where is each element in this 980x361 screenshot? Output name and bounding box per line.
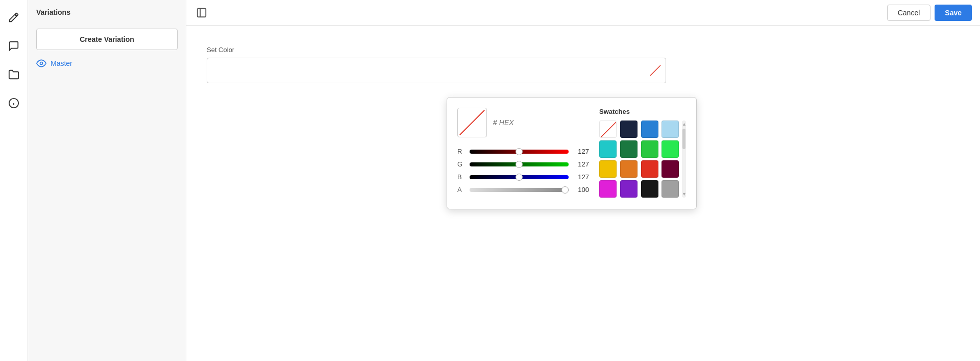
scroll-thumb[interactable] bbox=[682, 129, 685, 149]
slider-row-r: R 127 bbox=[457, 148, 589, 155]
hex-input-wrapper: # bbox=[493, 118, 589, 127]
slider-thumb-g[interactable] bbox=[516, 161, 523, 168]
swatch-gray[interactable] bbox=[662, 180, 679, 198]
slider-track-b[interactable] bbox=[470, 175, 569, 179]
picker-left: # R 127 G bbox=[457, 108, 589, 199]
swatch-light-green[interactable] bbox=[662, 140, 679, 158]
cancel-button[interactable]: Cancel bbox=[887, 5, 931, 21]
slider-label-g: G bbox=[457, 160, 464, 168]
swatch-orange[interactable] bbox=[620, 160, 638, 178]
swatch-red-orange[interactable] bbox=[641, 160, 658, 178]
create-variation-button[interactable]: Create Variation bbox=[36, 29, 178, 50]
slider-thumb-b[interactable] bbox=[516, 174, 523, 181]
icon-bar bbox=[0, 0, 28, 361]
swatch-blue[interactable] bbox=[641, 121, 658, 138]
top-bar-right: Cancel Save bbox=[887, 5, 972, 21]
eye-icon bbox=[36, 58, 46, 68]
scroll-down-arrow[interactable]: ▼ bbox=[682, 190, 686, 198]
slider-row-a: A 100 bbox=[457, 186, 589, 194]
slider-label-b: B bbox=[457, 173, 464, 181]
slider-value-r: 127 bbox=[574, 148, 589, 155]
svg-line-8 bbox=[601, 122, 616, 137]
slider-row-b: B 127 bbox=[457, 173, 589, 181]
slider-label-a: A bbox=[457, 186, 464, 194]
slider-thumb-r[interactable] bbox=[516, 148, 523, 155]
swatch-dark-red[interactable] bbox=[662, 160, 679, 178]
content-area: Set Color # bbox=[186, 26, 980, 361]
swatch-dark-green[interactable] bbox=[620, 140, 638, 158]
picker-preview-row: # bbox=[457, 108, 589, 137]
svg-line-6 bbox=[650, 65, 660, 76]
swatches-grid bbox=[599, 121, 680, 198]
hex-input[interactable] bbox=[499, 118, 589, 127]
swatch-green[interactable] bbox=[641, 140, 658, 158]
slider-thumb-a[interactable] bbox=[561, 186, 569, 194]
main-panel: Cancel Save Set Color bbox=[186, 0, 980, 361]
color-picker-popup: # R 127 G bbox=[447, 97, 697, 209]
slider-value-g: 127 bbox=[574, 160, 589, 168]
comment-icon[interactable] bbox=[5, 37, 23, 55]
swatch-dark-navy[interactable] bbox=[620, 121, 638, 138]
swatch-cyan[interactable] bbox=[599, 140, 617, 158]
swatch-black[interactable] bbox=[641, 180, 658, 198]
slider-row-g: G 127 bbox=[457, 160, 589, 168]
slider-track-a[interactable] bbox=[470, 188, 569, 192]
top-bar: Cancel Save bbox=[186, 0, 980, 26]
swatch-magenta[interactable] bbox=[599, 180, 617, 198]
folder-icon[interactable] bbox=[5, 65, 23, 84]
slider-value-b: 127 bbox=[574, 173, 589, 181]
hex-hash: # bbox=[493, 118, 497, 127]
info-icon[interactable] bbox=[5, 94, 23, 112]
svg-rect-4 bbox=[198, 8, 206, 17]
sidebar-title: Variations bbox=[36, 8, 178, 20]
save-button[interactable]: Save bbox=[935, 5, 972, 21]
swatch-light-blue[interactable] bbox=[662, 121, 679, 138]
preview-slash-icon bbox=[458, 108, 486, 137]
slider-track-r[interactable] bbox=[470, 150, 569, 154]
sidebar: Variations Create Variation Master bbox=[28, 0, 186, 361]
swatch-purple[interactable] bbox=[620, 180, 638, 198]
set-color-label: Set Color bbox=[207, 46, 960, 54]
svg-line-7 bbox=[460, 110, 484, 135]
color-slash-icon bbox=[649, 64, 662, 77]
slider-value-a: 100 bbox=[574, 186, 589, 194]
sidebar-item-master[interactable]: Master bbox=[36, 58, 178, 68]
swatches-scrollbar[interactable]: ▲ ▼ bbox=[682, 121, 686, 198]
color-preview-box bbox=[457, 108, 487, 137]
swatches-title: Swatches bbox=[599, 108, 686, 115]
swatches-panel: Swatches bbox=[599, 108, 686, 199]
color-input-box[interactable] bbox=[207, 58, 666, 83]
swatch-yellow[interactable] bbox=[599, 160, 617, 178]
scroll-up-arrow[interactable]: ▲ bbox=[682, 121, 686, 128]
swatch-none[interactable] bbox=[599, 121, 617, 138]
svg-point-3 bbox=[40, 62, 43, 65]
top-bar-left bbox=[194, 6, 209, 20]
edit-icon[interactable] bbox=[5, 8, 23, 27]
panel-toggle-icon[interactable] bbox=[194, 6, 209, 20]
swatches-with-scroll: ▲ ▼ bbox=[599, 121, 686, 198]
slider-track-g[interactable] bbox=[470, 162, 569, 166]
slider-label-r: R bbox=[457, 148, 464, 155]
master-label: Master bbox=[51, 59, 72, 67]
